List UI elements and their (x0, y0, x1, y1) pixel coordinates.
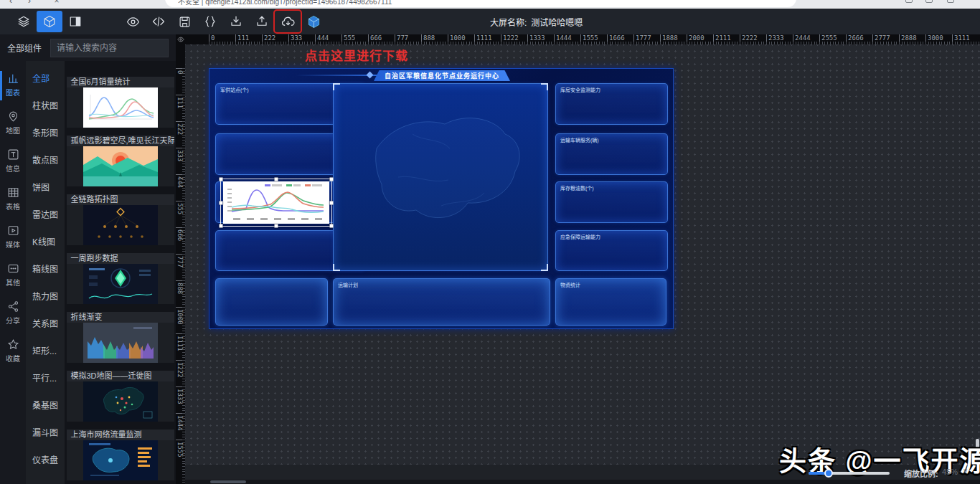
component-card-running[interactable]: 一周跑步数据 (67, 253, 174, 304)
resize-handle-s[interactable] (275, 224, 278, 228)
chart-type-item[interactable]: 仪表盘 (26, 445, 65, 473)
browser-extension-icon[interactable] (905, 0, 913, 3)
panel-right-2[interactable]: 运输车辆服务(辆) (555, 133, 668, 175)
sidebar-item-media[interactable]: 媒体 (0, 220, 26, 258)
header-diamond-icon (367, 72, 374, 79)
chart-type-item[interactable]: 漏斗图 (26, 418, 65, 445)
vertical-scrollbar-thumb[interactable] (976, 439, 979, 472)
chart-type-item[interactable]: 关系图 (26, 309, 65, 336)
save-tool-button[interactable] (171, 11, 197, 32)
export-tool-button[interactable] (249, 11, 275, 32)
ruler-tick-label: 1333 (176, 386, 184, 413)
running-dashboard-thumbnail (83, 264, 158, 304)
chart-type-item[interactable]: 热力图 (26, 282, 65, 309)
chart-type-item[interactable]: 散点图 (26, 146, 65, 173)
ruler-tick-label: 2555 (819, 34, 846, 44)
component-card-title: 孤帆远影碧空尽,唯见长江天际流 (67, 136, 174, 146)
panel-bottom-right[interactable]: 物资统计 (555, 278, 666, 326)
chevron-down-icon[interactable]: ∨ (963, 467, 968, 475)
panel-bottom-middle[interactable]: 运输计划 (333, 278, 550, 326)
component-card-gradient-line[interactable]: 折线渐变 (67, 312, 174, 363)
resize-handle-n[interactable] (275, 178, 278, 181)
chart-type-item[interactable]: 饼图 (26, 173, 65, 200)
browser-forward-icon[interactable]: › (24, 0, 34, 4)
zoom-slider[interactable] (809, 472, 890, 475)
sidebar-item-other[interactable]: 其他 (0, 258, 26, 296)
library-header: 全部组件 (0, 34, 176, 61)
browser-url-text: 不安全 | qifengle1412ai.com/bigT/projectId=… (178, 0, 392, 6)
ruler-tick-label: 2666 (846, 34, 872, 44)
package-cube-icon (307, 15, 321, 29)
browser-bookmark-icon[interactable] (925, 0, 933, 3)
toolbar-mid-group (120, 9, 326, 34)
layout-panel-tool-button[interactable] (62, 11, 88, 32)
chart-type-item[interactable]: 桑基图 (26, 391, 65, 418)
code-icon (152, 15, 165, 28)
chart-type-item[interactable]: 条形图 (26, 118, 65, 146)
cloud-download-icon (281, 15, 295, 29)
sidebar-item-favorites[interactable]: 收藏 (0, 334, 26, 372)
components-tool-button[interactable] (37, 11, 62, 32)
browser-refresh-icon[interactable]: × (52, 0, 62, 4)
cloud-download-tool-button[interactable] (275, 11, 301, 32)
resize-handle-se[interactable] (330, 224, 334, 228)
sidebar-item-tables[interactable]: 表格 (0, 182, 26, 220)
chart-type-item[interactable]: 平行... (26, 364, 65, 391)
resize-handle-sw[interactable] (220, 224, 223, 228)
browser-back-icon[interactable]: ‹ (6, 0, 16, 4)
library-columns: 图表 地图 信息 表格 媒体 (0, 61, 176, 484)
resize-handle-e[interactable] (330, 201, 334, 204)
browser-address-bar[interactable]: 不安全 | qifengle1412ai.com/bigT/projectId=… (165, 0, 796, 7)
sidebar-item-charts[interactable]: 图表 (0, 68, 26, 106)
download-tool-button[interactable] (223, 11, 249, 32)
ruler-visibility-toggle[interactable] (176, 34, 185, 44)
chart-type-item[interactable]: K线图 (26, 227, 65, 255)
panel-right-1[interactable]: 库房安全监测能力 (555, 83, 668, 125)
chart-type-item[interactable]: 箱线图 (26, 255, 65, 282)
zoom-ratio-value: 45% (942, 468, 958, 476)
component-card-shanghai[interactable]: 上海市网络流量监测 (67, 430, 174, 480)
panel-center-map[interactable] (333, 83, 548, 271)
selected-chart-component[interactable] (220, 179, 332, 227)
package-tool-button[interactable] (301, 11, 326, 32)
floppy-save-icon (179, 16, 191, 28)
ruler-tick-label: 1000 (448, 34, 474, 44)
bigscreen-preview[interactable]: 自治区军粮信息化节点业务运行中心 军供站点(个) 运输计划 (209, 68, 674, 329)
panel-right-4[interactable]: 应急保障运输能力 (555, 230, 668, 271)
resize-handle-ne[interactable] (330, 178, 334, 181)
app-screen: ‹ › × 不安全 | qifengle1412ai.com/bigT/proj… (0, 0, 980, 484)
table-icon (7, 186, 19, 199)
resize-handle-nw[interactable] (220, 178, 223, 181)
sidebar-item-maps[interactable]: 地图 (0, 106, 26, 144)
chart-type-item[interactable]: 矩形... (26, 336, 65, 364)
line-chart-thumbnail (83, 87, 158, 128)
component-card-sales[interactable]: 全国6月销量统计 (67, 77, 174, 128)
panel-right-3[interactable]: 库存粮油数(个) (555, 181, 668, 223)
sidebar-item-share[interactable]: 分享 (0, 296, 26, 334)
landscape-thumbnail (83, 146, 158, 186)
sidebar-item-info[interactable]: 信息 (0, 144, 26, 182)
horizontal-ruler: 0111222333444555666777888100011111222133… (185, 34, 980, 44)
json-tool-button[interactable] (197, 11, 223, 32)
panel-bottom-left[interactable] (215, 278, 328, 326)
preview-tool-button[interactable] (120, 11, 146, 32)
layers-tool-button[interactable] (11, 11, 37, 32)
braces-icon (204, 15, 217, 28)
media-play-icon (7, 224, 19, 237)
zoom-slider-handle[interactable] (824, 469, 833, 478)
chart-type-item[interactable]: 全部 (26, 64, 65, 91)
bigscreen-title-plate: 自治区军粮信息化节点业务运行中心 (374, 70, 510, 81)
chart-type-item[interactable]: 柱状图 (26, 91, 65, 118)
code-tool-button[interactable] (146, 11, 171, 32)
ruler-tick-label: 888 (421, 34, 448, 44)
search-input[interactable] (50, 39, 169, 57)
component-card-topology[interactable]: 全链路拓扑图 (67, 194, 174, 245)
design-canvas[interactable]: 点击这里进行下载 自治区军粮信息化节点业务运行中心 军供站点(个) (185, 44, 980, 465)
resize-handle-w[interactable] (220, 201, 223, 204)
component-card-map3d[interactable]: 模拟3D地图——迁徙图 (67, 371, 174, 422)
component-card-landscape[interactable]: 孤帆远影碧空尽,唯见长江天际流 (67, 136, 174, 186)
chart-type-item[interactable]: 雷达图 (26, 200, 65, 227)
browser-profile-icon[interactable] (947, 0, 954, 3)
ruler-tick-label: 1666 (607, 34, 633, 44)
horizontal-scrollbar-thumb[interactable] (210, 480, 246, 483)
